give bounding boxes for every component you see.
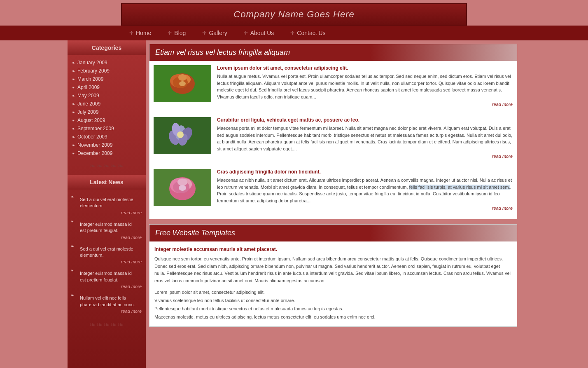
- sidebar-month-item[interactable]: ❧November 2009: [68, 141, 146, 149]
- nav-cross-icon: ✛: [202, 30, 206, 36]
- article-readmore[interactable]: read more: [217, 102, 513, 107]
- nav-item-home[interactable]: ✛Home: [121, 26, 159, 40]
- sidebar-month-item[interactable]: ❧June 2009: [68, 100, 146, 108]
- article-title[interactable]: Cras adipiscing fringilla dolor non tinc…: [217, 169, 513, 175]
- sidebar-month-item[interactable]: ❧July 2009: [68, 108, 146, 116]
- section2-content: Integer molestie accumsan mauris sit ame…: [149, 241, 517, 326]
- news-readmore[interactable]: read more: [68, 235, 146, 242]
- article-title[interactable]: Curabitur orci ligula, vehicula eget mat…: [217, 117, 513, 123]
- nav-item-blog[interactable]: ✛Blog: [159, 26, 194, 40]
- sidebar-ornament-top: ❧❧❧❧❧: [68, 157, 146, 175]
- news-readmore[interactable]: read more: [68, 309, 146, 316]
- month-icon: ❧: [72, 69, 75, 73]
- section1-title: Etiam vel risus vel lectus fringilla ali…: [155, 48, 290, 56]
- sidebar-news-item: ❧Sed a dui vel erat molestie elementum.: [68, 193, 146, 210]
- news-text: Integer euismod massa id est pretium feu…: [76, 219, 142, 235]
- news-bullet-icon: ❧: [71, 244, 74, 248]
- month-list: ❧January 2009❧February 2009❧March 2009❧A…: [68, 59, 146, 157]
- month-icon: ❧: [72, 110, 75, 115]
- sidebar-month-item[interactable]: ❧October 2009: [68, 133, 146, 141]
- sidebar-news-item: ❧Sed a dui vel erat molestie elementum.: [68, 242, 146, 260]
- sidebar-month-item[interactable]: ❧December 2009: [68, 149, 146, 157]
- news-bullet-icon: ❧: [71, 219, 74, 224]
- article-item: Curabitur orci ligula, vehicula eget mat…: [154, 117, 513, 163]
- site-title: Company Name Goes Here: [233, 9, 354, 19]
- nav-bar: ✛Home✛Blog✛Gallery✛About Us✛Contact Us: [121, 26, 467, 40]
- sidebar-month-item[interactable]: ❧January 2009: [68, 59, 146, 67]
- news-bullet-icon: ❧: [71, 195, 74, 199]
- nav-cross-icon: ✛: [129, 30, 133, 36]
- article-item: Lorem ipsum dolor sit amet, consectetur …: [154, 65, 513, 111]
- free-list-item: Pellentesque habitant morbi tristique se…: [154, 305, 512, 313]
- news-text: Sed a dui vel erat molestie elementum.: [76, 195, 142, 210]
- month-icon: ❧: [72, 118, 75, 123]
- month-icon: ❧: [72, 127, 75, 131]
- article-text-block: Curabitur orci ligula, vehicula eget mat…: [217, 117, 513, 159]
- sidebar-news-item: ❧Nullam vel elit nec felis pharetra blan…: [68, 291, 146, 309]
- month-icon: ❧: [72, 94, 75, 98]
- svg-rect-15: [154, 117, 211, 154]
- text-highlight: felis facilisis turpis, at varius risus …: [409, 185, 510, 190]
- news-readmore[interactable]: read more: [68, 210, 146, 218]
- section2-title: Free Website Templates: [155, 229, 235, 237]
- news-readmore[interactable]: read more: [68, 259, 146, 267]
- nav-item-gallery[interactable]: ✛Gallery: [194, 26, 235, 40]
- free-list-item: Lorem ipsum dolor sit amet, consectetur …: [154, 288, 512, 297]
- month-icon: ❧: [72, 151, 75, 156]
- news-bullet-icon: ❧: [71, 268, 74, 273]
- sidebar-month-item[interactable]: ❧August 2009: [68, 116, 146, 124]
- latest-news-label: Latest News: [90, 179, 124, 185]
- sidebar-month-item[interactable]: ❧March 2009: [68, 75, 146, 83]
- month-icon: ❧: [72, 143, 75, 148]
- section2-header: Free Website Templates: [149, 225, 517, 241]
- svg-rect-23: [154, 169, 211, 206]
- sidebar-news-item: ❧Integer euismod massa id est pretium fe…: [68, 267, 146, 284]
- sidebar-month-item[interactable]: ❧February 2009: [68, 67, 146, 75]
- section1-box: Etiam vel risus vel lectus fringilla ali…: [149, 44, 517, 219]
- news-readmore[interactable]: read more: [68, 284, 146, 291]
- nav-cross-icon: ✛: [290, 30, 294, 36]
- news-text: Nullam vel elit nec felis pharetra bland…: [76, 293, 142, 309]
- article-image: [154, 65, 211, 102]
- news-text: Integer euismod massa id est pretium feu…: [76, 268, 142, 284]
- latest-news-header[interactable]: Latest News: [68, 175, 146, 190]
- month-icon: ❧: [72, 102, 75, 106]
- sidebar-month-item[interactable]: ❧May 2009: [68, 91, 146, 100]
- section1-content: Lorem ipsum dolor sit amet, consectetur …: [149, 61, 517, 219]
- section1-header: Etiam vel risus vel lectus fringilla ali…: [149, 44, 517, 61]
- sidebar: Categories ❧January 2009❧February 2009❧M…: [68, 40, 146, 368]
- sidebar-month-item[interactable]: ❧September 2009: [68, 124, 146, 133]
- month-icon: ❧: [72, 77, 75, 82]
- article-list: Lorem ipsum dolor sit amet, consectetur …: [154, 65, 513, 215]
- content-area: Etiam vel risus vel lectus fringilla ali…: [146, 40, 520, 335]
- article-readmore[interactable]: read more: [217, 154, 513, 159]
- categories-header: Categories: [68, 40, 146, 55]
- month-icon: ❧: [72, 61, 75, 65]
- article-title[interactable]: Lorem ipsum dolor sit amet, consectetur …: [217, 65, 513, 71]
- sidebar-month-item[interactable]: ❧April 2009: [68, 83, 146, 91]
- nav-cross-icon: ✛: [168, 30, 172, 36]
- section2-subtitle: Integer molestie accumsan mauris sit ame…: [154, 246, 512, 252]
- free-list: Lorem ipsum dolor sit amet, consectetur …: [154, 288, 512, 321]
- article-body: Nulla at augue metus. Vivamus vel porta …: [217, 73, 513, 100]
- article-text-block: Cras adipiscing fringilla dolor non tinc…: [217, 169, 513, 211]
- svg-rect-7: [154, 65, 211, 102]
- site-header: Company Name Goes Here: [121, 3, 467, 26]
- sidebar-news-item: ❧Integer euismod massa id est pretium fe…: [68, 218, 146, 235]
- article-image: [154, 117, 211, 154]
- sidebar-ornament-bottom: ❧❧❧❧❧: [68, 316, 146, 333]
- nav-item-contact[interactable]: ✛Contact Us: [282, 26, 334, 40]
- article-body: Maecenas porta mi at dolor tempus vitae …: [217, 125, 513, 152]
- nav-cross-icon: ✛: [244, 30, 248, 36]
- month-icon: ❧: [72, 85, 75, 90]
- news-bullet-icon: ❧: [71, 293, 74, 298]
- section2-box: Free Website Templates Integer molestie …: [149, 224, 517, 327]
- nav-item-about[interactable]: ✛About Us: [236, 26, 282, 40]
- article-text-block: Lorem ipsum dolor sit amet, consectetur …: [217, 65, 513, 107]
- article-image: [154, 169, 211, 206]
- month-icon: ❧: [72, 135, 75, 139]
- section2-body: Quisque nec sem tortor, eu venenatis ant…: [154, 255, 512, 284]
- article-body: Maecenas ac nibh nulla, sit amet dictum …: [217, 177, 513, 204]
- article-readmore[interactable]: read more: [217, 206, 513, 211]
- free-list-item: Vivamus scelerisque leo non tellus facil…: [154, 297, 512, 305]
